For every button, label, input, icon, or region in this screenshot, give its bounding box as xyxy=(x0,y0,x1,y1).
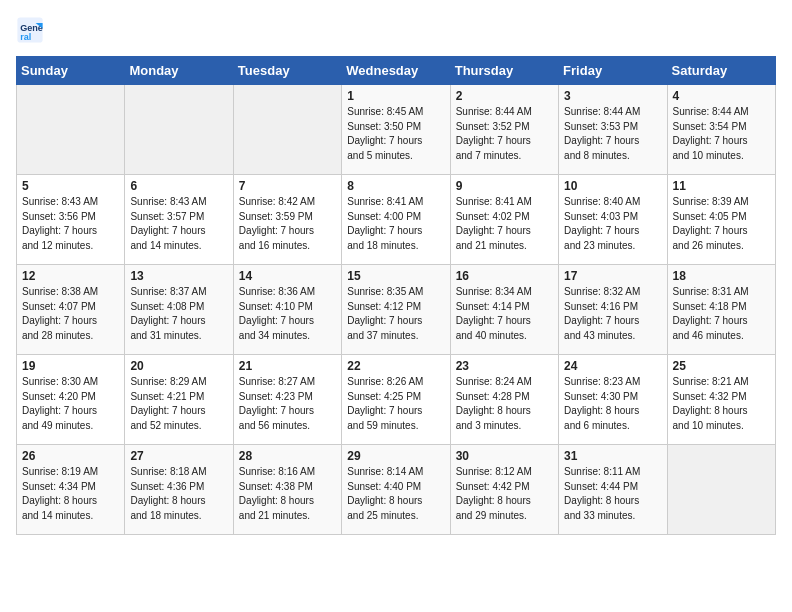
day-number: 25 xyxy=(673,359,770,373)
day-number: 5 xyxy=(22,179,119,193)
calendar-cell: 10Sunrise: 8:40 AM Sunset: 4:03 PM Dayli… xyxy=(559,175,667,265)
day-info: Sunrise: 8:44 AM Sunset: 3:52 PM Dayligh… xyxy=(456,105,553,163)
day-info: Sunrise: 8:19 AM Sunset: 4:34 PM Dayligh… xyxy=(22,465,119,523)
day-info: Sunrise: 8:43 AM Sunset: 3:57 PM Dayligh… xyxy=(130,195,227,253)
calendar-cell: 25Sunrise: 8:21 AM Sunset: 4:32 PM Dayli… xyxy=(667,355,775,445)
day-info: Sunrise: 8:29 AM Sunset: 4:21 PM Dayligh… xyxy=(130,375,227,433)
calendar-cell: 30Sunrise: 8:12 AM Sunset: 4:42 PM Dayli… xyxy=(450,445,558,535)
calendar-cell: 15Sunrise: 8:35 AM Sunset: 4:12 PM Dayli… xyxy=(342,265,450,355)
calendar-cell: 17Sunrise: 8:32 AM Sunset: 4:16 PM Dayli… xyxy=(559,265,667,355)
calendar-cell: 19Sunrise: 8:30 AM Sunset: 4:20 PM Dayli… xyxy=(17,355,125,445)
day-info: Sunrise: 8:30 AM Sunset: 4:20 PM Dayligh… xyxy=(22,375,119,433)
calendar-cell: 28Sunrise: 8:16 AM Sunset: 4:38 PM Dayli… xyxy=(233,445,341,535)
day-info: Sunrise: 8:44 AM Sunset: 3:54 PM Dayligh… xyxy=(673,105,770,163)
calendar-cell: 1Sunrise: 8:45 AM Sunset: 3:50 PM Daylig… xyxy=(342,85,450,175)
day-number: 15 xyxy=(347,269,444,283)
weekday-header-sunday: Sunday xyxy=(17,57,125,85)
logo-icon: Gene ral xyxy=(16,16,44,44)
day-number: 20 xyxy=(130,359,227,373)
day-info: Sunrise: 8:39 AM Sunset: 4:05 PM Dayligh… xyxy=(673,195,770,253)
day-number: 27 xyxy=(130,449,227,463)
day-number: 2 xyxy=(456,89,553,103)
calendar-cell: 13Sunrise: 8:37 AM Sunset: 4:08 PM Dayli… xyxy=(125,265,233,355)
day-info: Sunrise: 8:12 AM Sunset: 4:42 PM Dayligh… xyxy=(456,465,553,523)
calendar-cell: 18Sunrise: 8:31 AM Sunset: 4:18 PM Dayli… xyxy=(667,265,775,355)
day-info: Sunrise: 8:16 AM Sunset: 4:38 PM Dayligh… xyxy=(239,465,336,523)
day-number: 17 xyxy=(564,269,661,283)
day-info: Sunrise: 8:23 AM Sunset: 4:30 PM Dayligh… xyxy=(564,375,661,433)
day-info: Sunrise: 8:11 AM Sunset: 4:44 PM Dayligh… xyxy=(564,465,661,523)
day-number: 21 xyxy=(239,359,336,373)
day-info: Sunrise: 8:18 AM Sunset: 4:36 PM Dayligh… xyxy=(130,465,227,523)
day-info: Sunrise: 8:21 AM Sunset: 4:32 PM Dayligh… xyxy=(673,375,770,433)
day-number: 7 xyxy=(239,179,336,193)
weekday-header-tuesday: Tuesday xyxy=(233,57,341,85)
day-info: Sunrise: 8:26 AM Sunset: 4:25 PM Dayligh… xyxy=(347,375,444,433)
calendar-cell xyxy=(125,85,233,175)
calendar-cell: 26Sunrise: 8:19 AM Sunset: 4:34 PM Dayli… xyxy=(17,445,125,535)
calendar-cell: 11Sunrise: 8:39 AM Sunset: 4:05 PM Dayli… xyxy=(667,175,775,265)
calendar-table: SundayMondayTuesdayWednesdayThursdayFrid… xyxy=(16,56,776,535)
day-number: 6 xyxy=(130,179,227,193)
calendar-cell: 16Sunrise: 8:34 AM Sunset: 4:14 PM Dayli… xyxy=(450,265,558,355)
day-info: Sunrise: 8:40 AM Sunset: 4:03 PM Dayligh… xyxy=(564,195,661,253)
day-info: Sunrise: 8:38 AM Sunset: 4:07 PM Dayligh… xyxy=(22,285,119,343)
weekday-header-monday: Monday xyxy=(125,57,233,85)
day-info: Sunrise: 8:27 AM Sunset: 4:23 PM Dayligh… xyxy=(239,375,336,433)
day-number: 9 xyxy=(456,179,553,193)
calendar-cell: 6Sunrise: 8:43 AM Sunset: 3:57 PM Daylig… xyxy=(125,175,233,265)
day-number: 1 xyxy=(347,89,444,103)
calendar-cell: 7Sunrise: 8:42 AM Sunset: 3:59 PM Daylig… xyxy=(233,175,341,265)
calendar-cell: 12Sunrise: 8:38 AM Sunset: 4:07 PM Dayli… xyxy=(17,265,125,355)
calendar-cell: 4Sunrise: 8:44 AM Sunset: 3:54 PM Daylig… xyxy=(667,85,775,175)
calendar-cell xyxy=(667,445,775,535)
day-info: Sunrise: 8:41 AM Sunset: 4:02 PM Dayligh… xyxy=(456,195,553,253)
day-info: Sunrise: 8:37 AM Sunset: 4:08 PM Dayligh… xyxy=(130,285,227,343)
day-number: 14 xyxy=(239,269,336,283)
day-number: 22 xyxy=(347,359,444,373)
day-info: Sunrise: 8:42 AM Sunset: 3:59 PM Dayligh… xyxy=(239,195,336,253)
logo: Gene ral xyxy=(16,16,48,44)
calendar-cell: 2Sunrise: 8:44 AM Sunset: 3:52 PM Daylig… xyxy=(450,85,558,175)
calendar-cell: 27Sunrise: 8:18 AM Sunset: 4:36 PM Dayli… xyxy=(125,445,233,535)
day-number: 13 xyxy=(130,269,227,283)
day-number: 19 xyxy=(22,359,119,373)
weekday-header-friday: Friday xyxy=(559,57,667,85)
day-number: 30 xyxy=(456,449,553,463)
calendar-cell: 22Sunrise: 8:26 AM Sunset: 4:25 PM Dayli… xyxy=(342,355,450,445)
calendar-cell xyxy=(17,85,125,175)
day-number: 24 xyxy=(564,359,661,373)
day-info: Sunrise: 8:41 AM Sunset: 4:00 PM Dayligh… xyxy=(347,195,444,253)
calendar-cell: 5Sunrise: 8:43 AM Sunset: 3:56 PM Daylig… xyxy=(17,175,125,265)
day-number: 28 xyxy=(239,449,336,463)
calendar-cell: 23Sunrise: 8:24 AM Sunset: 4:28 PM Dayli… xyxy=(450,355,558,445)
svg-text:ral: ral xyxy=(20,32,31,42)
weekday-header-thursday: Thursday xyxy=(450,57,558,85)
day-number: 23 xyxy=(456,359,553,373)
day-number: 8 xyxy=(347,179,444,193)
day-info: Sunrise: 8:35 AM Sunset: 4:12 PM Dayligh… xyxy=(347,285,444,343)
day-number: 11 xyxy=(673,179,770,193)
day-number: 3 xyxy=(564,89,661,103)
day-number: 26 xyxy=(22,449,119,463)
calendar-cell: 14Sunrise: 8:36 AM Sunset: 4:10 PM Dayli… xyxy=(233,265,341,355)
day-number: 12 xyxy=(22,269,119,283)
weekday-header-wednesday: Wednesday xyxy=(342,57,450,85)
calendar-cell: 8Sunrise: 8:41 AM Sunset: 4:00 PM Daylig… xyxy=(342,175,450,265)
page-header: Gene ral xyxy=(16,16,776,44)
calendar-cell: 3Sunrise: 8:44 AM Sunset: 3:53 PM Daylig… xyxy=(559,85,667,175)
day-number: 16 xyxy=(456,269,553,283)
calendar-cell: 21Sunrise: 8:27 AM Sunset: 4:23 PM Dayli… xyxy=(233,355,341,445)
weekday-header-saturday: Saturday xyxy=(667,57,775,85)
calendar-cell: 24Sunrise: 8:23 AM Sunset: 4:30 PM Dayli… xyxy=(559,355,667,445)
day-info: Sunrise: 8:36 AM Sunset: 4:10 PM Dayligh… xyxy=(239,285,336,343)
calendar-cell xyxy=(233,85,341,175)
day-number: 4 xyxy=(673,89,770,103)
calendar-cell: 29Sunrise: 8:14 AM Sunset: 4:40 PM Dayli… xyxy=(342,445,450,535)
calendar-cell: 31Sunrise: 8:11 AM Sunset: 4:44 PM Dayli… xyxy=(559,445,667,535)
day-info: Sunrise: 8:31 AM Sunset: 4:18 PM Dayligh… xyxy=(673,285,770,343)
calendar-cell: 9Sunrise: 8:41 AM Sunset: 4:02 PM Daylig… xyxy=(450,175,558,265)
day-info: Sunrise: 8:32 AM Sunset: 4:16 PM Dayligh… xyxy=(564,285,661,343)
day-number: 31 xyxy=(564,449,661,463)
day-info: Sunrise: 8:14 AM Sunset: 4:40 PM Dayligh… xyxy=(347,465,444,523)
